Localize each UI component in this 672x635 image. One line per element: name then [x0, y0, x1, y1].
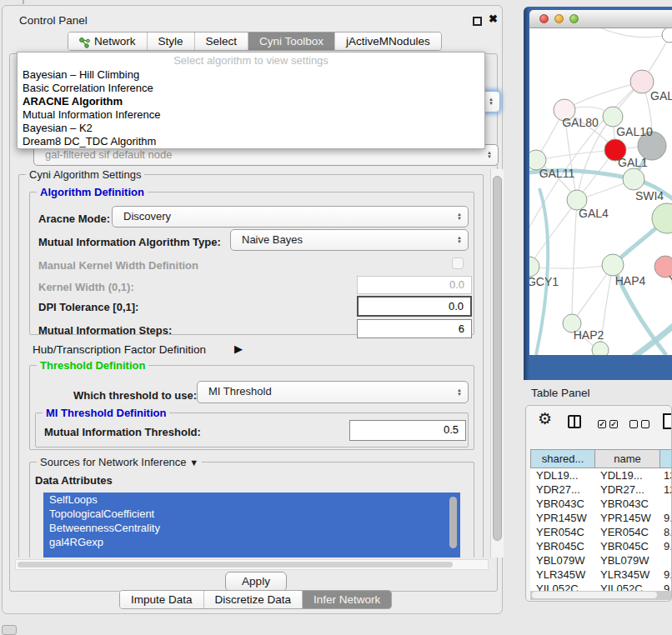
- algorithm-dropdown-popup: Select algorithm to view settings Bayesi…: [17, 52, 485, 149]
- mi-threshold-field[interactable]: 0.5: [349, 420, 466, 441]
- scrollbar-thumb[interactable]: [532, 592, 657, 598]
- aracne-mode-value: Discovery: [123, 210, 171, 222]
- table-cell: YLR345W: [600, 568, 649, 582]
- table-cell: YIL052C: [600, 582, 643, 591]
- collapse-arrow-icon[interactable]: ▶: [234, 342, 243, 355]
- algorithm-option[interactable]: Basic Correlation Inference: [18, 82, 484, 95]
- network-window-frame[interactable]: GALGAL80GAL10GAL1GAL11SWI4GAL4GCY1HAP4YH…: [524, 7, 672, 380]
- settings-vertical-scrollbar[interactable]: [490, 169, 504, 558]
- tab-infer-network[interactable]: Infer Network: [302, 591, 391, 608]
- gear-icon[interactable]: ⚙: [538, 409, 552, 428]
- scrollbar-thumb[interactable]: [18, 562, 453, 568]
- network-node[interactable]: [603, 107, 623, 127]
- attribute-list-item[interactable]: BetweennessCentrality: [43, 521, 460, 535]
- dpi-tolerance-label: DPI Tolerance [0,1]:: [38, 301, 138, 313]
- tab-style[interactable]: Style: [147, 32, 194, 50]
- table-horizontal-scrollbar[interactable]: [530, 591, 672, 600]
- table-cell: 9.: [664, 511, 672, 525]
- dpi-tolerance-field[interactable]: 0.0: [357, 296, 472, 317]
- network-node[interactable]: [623, 168, 644, 190]
- mi-threshold-definition-legend: MI Threshold Definition: [43, 407, 169, 419]
- tab-discretize-data[interactable]: Discretize Data: [203, 591, 303, 608]
- minimize-traffic-light-icon[interactable]: [554, 14, 564, 23]
- list-scrollbar-thumb[interactable]: [449, 497, 457, 548]
- network-edge[interactable]: [529, 265, 613, 268]
- tab-cyni-toolbox[interactable]: Cyni Toolbox: [248, 32, 334, 50]
- close-icon[interactable]: ✖: [489, 12, 498, 25]
- network-node-label: HAP4: [615, 274, 646, 288]
- table-row[interactable]: YBL079WYBL079W: [530, 553, 672, 568]
- algorithm-option[interactable]: Bayesian – Hill Climbing: [18, 68, 484, 82]
- cyni-algorithm-settings-group: Cyni Algorithm Settings Algorithm Defini…: [18, 174, 484, 558]
- mi-steps-field[interactable]: 6: [357, 319, 472, 338]
- network-node-label: HAP2: [574, 328, 604, 342]
- settings-horizontal-scrollbar[interactable]: [15, 559, 489, 570]
- tab-impute-data[interactable]: Impute Data: [120, 591, 203, 608]
- panel-corner-icon[interactable]: [2, 625, 17, 635]
- table-row[interactable]: YDR27...YDR27...12: [530, 482, 672, 497]
- network-edge-highlighted[interactable]: [629, 323, 672, 355]
- which-threshold-combobox[interactable]: MI Threshold ▲▼: [197, 381, 469, 403]
- algorithm-option[interactable]: Mutual Information Inference: [18, 108, 484, 122]
- table-cell: YDL19...: [536, 468, 579, 482]
- select-all-checkbox-icon[interactable]: ✓: [598, 420, 606, 428]
- table-row[interactable]: YIL052CYIL052C9.: [530, 582, 672, 591]
- mi-algorithm-type-combobox[interactable]: Naive Bayes ▲▼: [230, 229, 469, 251]
- table-column-header[interactable]: shared...: [530, 449, 595, 468]
- table-column-header[interactable]: name: [595, 449, 660, 468]
- mi-threshold-label: Mutual Information Threshold:: [44, 426, 201, 438]
- deselect-all-checkbox-icon[interactable]: [629, 420, 638, 428]
- hub-tf-definition-label[interactable]: Hub/Transcription Factor Definition: [33, 343, 206, 356]
- combo-stepper-icon: ▲▼: [487, 145, 492, 165]
- float-window-icon[interactable]: [473, 17, 482, 26]
- scrollbar-thumb[interactable]: [493, 176, 502, 541]
- attribute-list-item[interactable]: TopologicalCoefficient: [43, 507, 460, 521]
- attribute-list-item[interactable]: SelfLoops: [43, 492, 460, 507]
- combo-stepper-icon: ▲▼: [457, 207, 462, 227]
- mi-algorithm-type-value: Naive Bayes: [242, 233, 303, 246]
- table-row[interactable]: YBR043CYBR043C: [530, 497, 672, 511]
- table-cell: 8.: [664, 525, 672, 539]
- network-edge[interactable]: [598, 28, 669, 38]
- network-node[interactable]: [529, 257, 539, 277]
- apply-button[interactable]: Apply: [225, 572, 287, 592]
- network-edge[interactable]: [572, 200, 577, 323]
- network-node[interactable]: [592, 342, 609, 355]
- table-column-header[interactable]: A: [660, 449, 672, 468]
- table-cell: 9.: [664, 568, 672, 582]
- data-attributes-list[interactable]: SelfLoopsTopologicalCoefficientBetweenne…: [43, 492, 460, 558]
- algorithm-option[interactable]: Dream8 DC_TDC Algorithm: [18, 135, 484, 148]
- table-row[interactable]: YER054CYER054C8.: [530, 525, 672, 539]
- tab-network-label: Network: [94, 32, 136, 50]
- network-node[interactable]: [602, 254, 624, 276]
- table-row[interactable]: YDL19...YDL19...13: [530, 468, 672, 482]
- table-cell: YIL052C: [536, 582, 579, 591]
- network-edge[interactable]: [577, 117, 613, 200]
- attribute-list-item[interactable]: gal4RGexp: [43, 535, 460, 549]
- aracne-mode-combobox[interactable]: Discovery ▲▼: [112, 206, 469, 228]
- network-edge[interactable]: [564, 82, 642, 110]
- table-row[interactable]: YLR345WYLR345W9.: [530, 568, 672, 582]
- table-row[interactable]: YPR145WYPR145W9.: [530, 511, 672, 525]
- network-node[interactable]: [662, 28, 672, 42]
- algorithm-option[interactable]: Bayesian – K2: [18, 122, 484, 135]
- network-edge[interactable]: [529, 200, 577, 267]
- column-settings-icon[interactable]: [568, 415, 581, 428]
- network-node-label: GCY1: [529, 275, 559, 288]
- tab-network[interactable]: Network: [68, 32, 147, 50]
- manual-kernel-width-checkbox[interactable]: [452, 258, 464, 269]
- tab-select[interactable]: Select: [194, 32, 248, 50]
- table-row[interactable]: YBR045CYBR045C9.: [530, 539, 672, 553]
- network-node-label: GAL: [650, 89, 672, 102]
- tab-jactivemnodules[interactable]: jActiveMNodules: [334, 32, 441, 50]
- cyni-algorithm-settings-legend: Cyni Algorithm Settings: [26, 169, 144, 181]
- close-traffic-light-icon[interactable]: [539, 14, 549, 23]
- network-view-canvas[interactable]: GALGAL80GAL10GAL1GAL11SWI4GAL4GCY1HAP4YH…: [529, 28, 672, 355]
- table-body[interactable]: YDL19...YDL19...13YDR27...YDR27...12YBR0…: [530, 468, 672, 591]
- document-icon[interactable]: [663, 413, 672, 429]
- expand-arrow-icon[interactable]: ▼: [189, 458, 198, 468]
- network-window-titlebar[interactable]: [529, 10, 672, 28]
- zoom-traffic-light-icon[interactable]: [569, 14, 579, 23]
- table-cell: YBL079W: [600, 553, 649, 568]
- algorithm-option[interactable]: ARACNE Algorithm: [18, 95, 484, 108]
